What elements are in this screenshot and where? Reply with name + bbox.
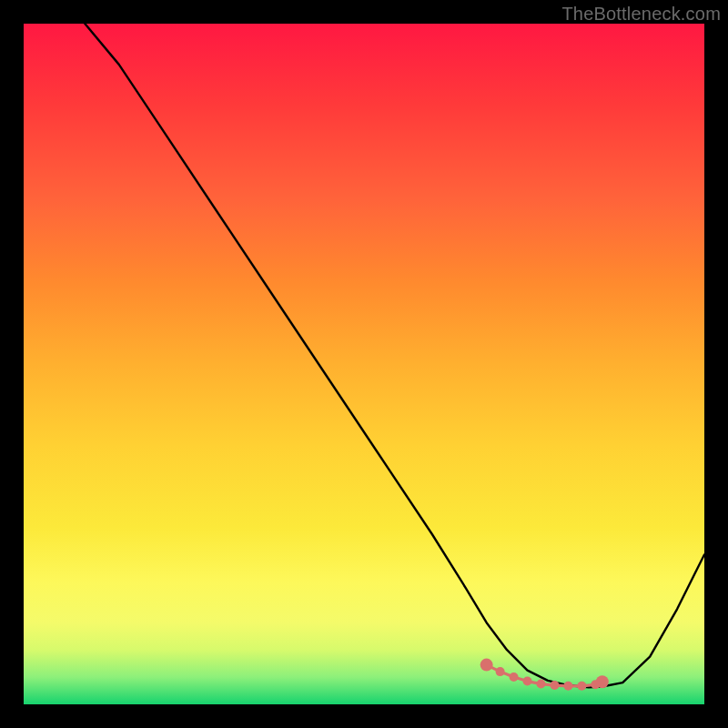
sweet-spot-marker-dot <box>577 682 586 691</box>
sweet-spot-marker-dot <box>496 667 505 676</box>
sweet-spot-marker-dot <box>596 675 609 688</box>
sweet-spot-marker-dot <box>480 659 493 672</box>
sweet-spot-marker-dot <box>591 680 600 689</box>
chart-container: TheBottleneck.com <box>0 0 728 728</box>
watermark-text: TheBottleneck.com <box>561 4 721 25</box>
sweet-spot-marker-dot <box>536 680 545 689</box>
sweet-spot-marker-dots <box>480 659 609 691</box>
bottleneck-curve-line <box>85 24 704 687</box>
sweet-spot-marker-dot <box>550 681 559 690</box>
sweet-spot-marker-dot <box>563 682 572 691</box>
sweet-spot-marker-line <box>487 665 602 686</box>
sweet-spot-marker-dot <box>523 677 532 686</box>
chart-svg <box>24 24 704 704</box>
plot-area <box>24 24 704 704</box>
sweet-spot-marker-dot <box>510 672 519 682</box>
